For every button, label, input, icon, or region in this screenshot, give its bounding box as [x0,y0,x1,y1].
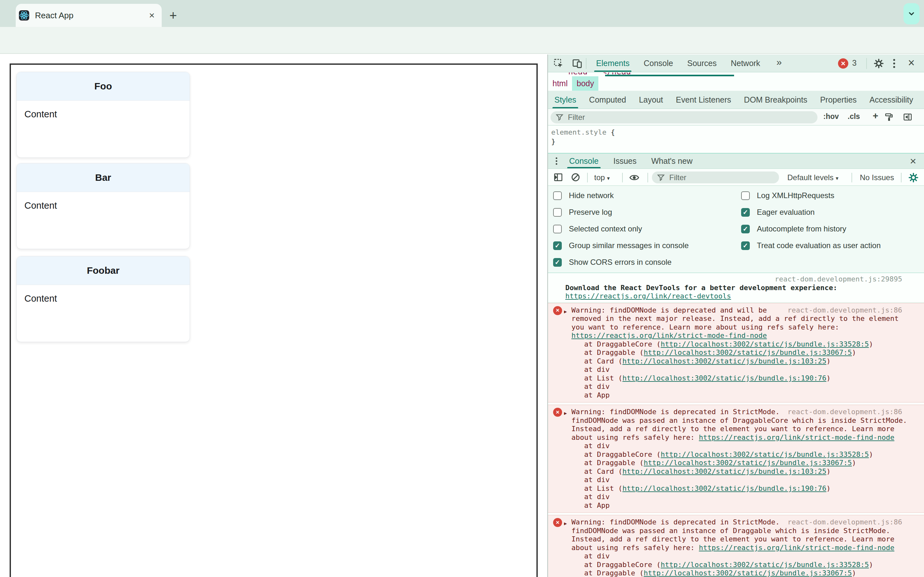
console-link[interactable]: http://localhost:3002/static/js/bundle.j… [644,459,852,467]
console-link[interactable]: http://localhost:3002/static/js/bundle.j… [622,467,827,475]
console-link[interactable]: https://reactjs.org/link/strict-mode-fin… [572,332,767,340]
inspect-element-icon[interactable] [553,58,564,69]
subtab-event-listeners[interactable]: Event Listeners [676,91,731,108]
console-message[interactable]: ×▶react-dom.development.js:86Warning: fi… [548,303,924,403]
toggle-class-button[interactable]: .cls [848,112,860,121]
breadcrumb-html[interactable]: html [548,76,572,91]
card-foobar[interactable]: FoobarContent [16,256,190,342]
setting-eager-evaluation[interactable]: ✓Eager evaluation [741,207,814,217]
toggle-pseudo-button[interactable]: :hov [823,112,839,121]
setting-group-similar-messages-in-console[interactable]: ✓Group similar messages in console [553,241,689,250]
context-selector[interactable]: top ▾ [594,173,610,182]
console-message[interactable]: ×▶react-dom.development.js:86Warning: fi… [548,405,924,513]
setting-autocomplete-from-history[interactable]: ✓Autocomplete from history [741,224,846,234]
console-link[interactable]: http://localhost:3002/static/js/bundle.j… [661,450,869,458]
more-tabs-icon[interactable]: » [776,57,782,68]
live-expression-eye-icon[interactable] [629,172,640,183]
styles-filter-input[interactable]: Filter [551,111,817,123]
dom-breadcrumbs: htmlbody [548,76,924,91]
console-link[interactable]: http://localhost:3002/static/js/bundle.j… [661,340,869,348]
drawer-menu-icon[interactable] [556,156,557,166]
checkbox[interactable] [553,225,562,234]
tab-console[interactable]: Console [644,55,673,72]
dom-tree-clipped-row[interactable]: head </head [548,73,924,76]
expand-caret-icon[interactable]: ▶ [564,519,567,528]
card-foo[interactable]: FooContent [16,72,190,158]
devtools-close-icon[interactable]: × [908,57,915,69]
drawer-tab-what-s-new[interactable]: What's new [651,153,692,168]
tab-network[interactable]: Network [731,55,760,72]
message-line: at Card (http://localhost:3002/static/js… [572,467,902,476]
setting-log-xmlhttprequests[interactable]: Log XMLHttpRequests [741,191,834,200]
subtab-dom-breakpoints[interactable]: DOM Breakpoints [744,91,807,108]
tab-sources[interactable]: Sources [687,55,717,72]
console-filter-input[interactable]: Filter [652,171,779,183]
setting-preserve-log[interactable]: Preserve log [553,207,612,217]
subtab-accessibility[interactable]: Accessibility [869,91,913,108]
console-link[interactable]: https://reactjs.org/link/strict-mode-fin… [699,544,894,552]
subtab-layout[interactable]: Layout [639,91,663,108]
card-bar[interactable]: BarContent [16,163,190,249]
message-source-link[interactable]: react-dom.development.js:29895 [775,275,902,284]
tab-elements[interactable]: Elements [596,55,630,72]
checkbox[interactable]: ✓ [553,242,562,250]
drawer-tab-console[interactable]: Console [569,153,599,168]
message-source-link[interactable]: react-dom.development.js:86 [787,306,902,315]
checkbox[interactable]: ✓ [741,225,750,234]
drawer-close-icon[interactable]: × [910,155,916,166]
issues-status[interactable]: No Issues [860,173,894,182]
console-message[interactable]: react-dom.development.js:29895 Download … [548,273,924,303]
console-settings-gear-icon[interactable] [908,172,919,183]
devtools-menu-icon[interactable] [893,57,895,69]
new-tab-button[interactable]: + [170,9,177,22]
console-link[interactable]: http://localhost:3002/static/js/bundle.j… [622,374,827,382]
toolbar-divider [622,173,623,182]
console-link[interactable]: http://localhost:3002/static/js/bundle.j… [644,569,852,577]
dock-sidebar-icon[interactable] [903,112,913,122]
message-source-link[interactable]: react-dom.development.js:86 [787,518,902,527]
error-badge-icon[interactable]: × [838,58,848,69]
clear-console-icon[interactable] [570,172,582,183]
checkbox[interactable] [553,191,562,200]
checkbox[interactable]: ✓ [741,242,750,250]
console-sidebar-icon[interactable] [553,172,564,183]
log-levels-selector[interactable]: Default levels ▾ [787,173,838,182]
subtab-properties[interactable]: Properties [820,91,857,108]
expand-caret-icon[interactable]: ▶ [564,308,567,316]
console-message[interactable]: ×▶react-dom.development.js:86Warning: fi… [548,515,924,577]
checkbox[interactable]: ✓ [741,208,750,217]
setting-treat-code-evaluation-as-user-action[interactable]: ✓Treat code evaluation as user action [741,241,881,250]
message-text: about using refs safely here: [572,544,699,552]
console-link[interactable]: https://reactjs.org/link/react-devtools [565,292,731,300]
setting-hide-network[interactable]: Hide network [553,191,614,200]
setting-selected-context-only[interactable]: Selected context only [553,224,642,234]
subtab-computed[interactable]: Computed [589,91,626,108]
console-link[interactable]: http://localhost:3002/static/js/bundle.j… [661,561,869,569]
checkbox[interactable] [553,208,562,217]
card-header[interactable]: Bar [17,163,190,192]
console-link[interactable]: http://localhost:3002/static/js/bundle.j… [644,348,852,356]
checkbox[interactable]: ✓ [553,258,562,267]
rendering-brush-icon[interactable] [884,112,894,122]
message-source-link[interactable]: react-dom.development.js:86 [787,408,902,416]
checkbox[interactable] [741,191,750,200]
console-link[interactable]: http://localhost:3002/static/js/bundle.j… [622,484,827,492]
expand-caret-icon[interactable]: ▶ [564,409,567,418]
message-text: at Draggable ( [572,348,644,356]
card-header[interactable]: Foo [17,72,190,101]
devtools-settings-gear-icon[interactable] [873,58,884,69]
console-link[interactable]: https://reactjs.org/link/strict-mode-fin… [699,434,894,442]
device-toolbar-icon[interactable] [572,58,583,69]
tab-close-icon[interactable]: × [149,11,155,20]
card-header[interactable]: Foobar [17,256,190,285]
subtab-styles[interactable]: Styles [554,91,576,108]
browser-tab[interactable]: React App × [16,4,162,27]
new-style-rule-button[interactable]: + [873,110,879,121]
setting-show-cors-errors-in-console[interactable]: ✓Show CORS errors in console [553,258,672,267]
drawer-tab-issues[interactable]: Issues [614,153,636,168]
console-link[interactable]: http://localhost:3002/static/js/bundle.j… [622,357,827,365]
error-count[interactable]: 3 [852,58,857,68]
element-style-block[interactable]: element.style { } [548,126,924,153]
breadcrumb-body[interactable]: body [572,76,598,91]
tab-search-button[interactable] [903,3,919,24]
